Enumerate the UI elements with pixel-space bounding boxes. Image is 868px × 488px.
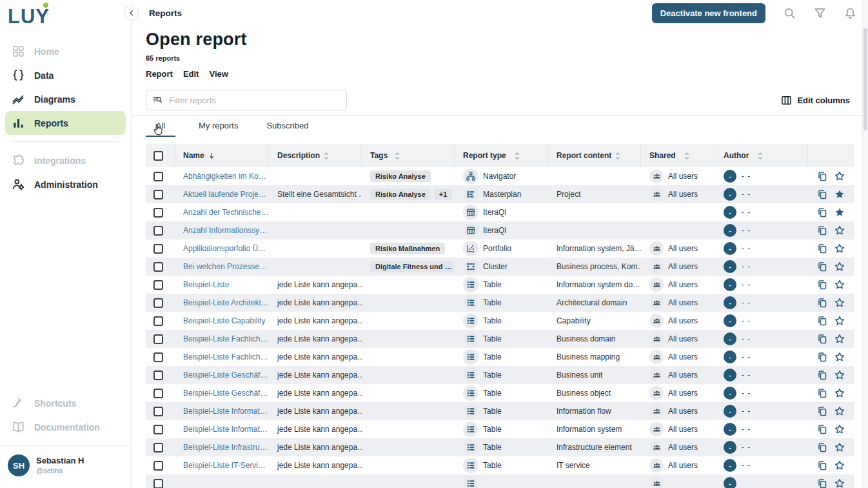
copy-icon[interactable]: [816, 406, 827, 417]
star-icon[interactable]: [834, 352, 845, 363]
copy-icon[interactable]: [816, 189, 827, 200]
star-icon[interactable]: [834, 370, 845, 381]
star-icon[interactable]: [834, 280, 845, 290]
scrollbar-thumb[interactable]: [863, 28, 867, 130]
sidebar-item-data[interactable]: Data: [5, 63, 126, 87]
user-profile[interactable]: SH Sebastian H @sebha: [0, 445, 131, 488]
row-checkbox[interactable]: [153, 479, 163, 488]
select-all-checkbox[interactable]: [153, 151, 163, 161]
copy-icon[interactable]: [816, 352, 827, 363]
column-header-report_type[interactable]: Report type: [455, 144, 548, 167]
star-filled-icon[interactable]: [834, 189, 845, 200]
copy-icon[interactable]: [816, 207, 827, 218]
search-icon[interactable]: [783, 6, 796, 19]
copy-icon[interactable]: [816, 370, 827, 381]
star-icon[interactable]: [834, 261, 845, 272]
row-checkbox[interactable]: [153, 244, 163, 254]
report-name-link[interactable]: Beispiel-Liste Geschäft…: [183, 371, 269, 380]
row-checkbox[interactable]: [153, 298, 163, 308]
report-name-link[interactable]: Beispiel-Liste Capability: [183, 316, 265, 325]
report-name-link[interactable]: Beispiel-Liste Informati…: [183, 425, 269, 434]
star-icon[interactable]: [834, 298, 845, 309]
copy-icon[interactable]: [816, 171, 827, 182]
copy-icon[interactable]: [816, 225, 827, 236]
sidebar-item-shortcuts[interactable]: Shortcuts: [5, 391, 126, 415]
column-header-name[interactable]: Name: [175, 144, 269, 167]
star-icon[interactable]: [834, 334, 845, 345]
star-icon[interactable]: [834, 316, 845, 327]
row-checkbox[interactable]: [153, 208, 163, 218]
row-checkbox[interactable]: [153, 425, 163, 434]
report-name-link[interactable]: Beispiel-Liste Architekt…: [183, 298, 269, 307]
report-name-link[interactable]: Beispiel-Liste Geschäft…: [183, 389, 269, 398]
menu-item-report[interactable]: Report: [146, 69, 173, 79]
star-icon[interactable]: [834, 478, 845, 488]
menu-item-edit[interactable]: Edit: [183, 69, 199, 79]
sidebar-item-home[interactable]: Home: [5, 39, 126, 63]
copy-icon[interactable]: [816, 460, 827, 471]
copy-icon[interactable]: [816, 298, 827, 309]
tab-my-reports[interactable]: My reports: [193, 116, 243, 137]
star-icon[interactable]: [834, 225, 845, 236]
sidebar-item-documentation[interactable]: Documentation: [5, 415, 126, 439]
copy-icon[interactable]: [816, 478, 827, 488]
report-name-link[interactable]: Beispiel-Liste IT-Servic…: [183, 461, 269, 470]
sidebar-item-administration[interactable]: Administration: [5, 172, 126, 196]
row-checkbox[interactable]: [153, 172, 163, 181]
report-name-link[interactable]: Beispiel-Liste Fachlich…: [183, 352, 268, 361]
report-name-link[interactable]: Beispiel-Liste Informati…: [183, 407, 269, 416]
report-name-link[interactable]: Beispiel-Liste: [183, 280, 229, 289]
star-icon[interactable]: [834, 388, 845, 399]
star-icon[interactable]: [834, 243, 845, 254]
copy-icon[interactable]: [816, 243, 827, 254]
sidebar-item-reports[interactable]: Reports: [5, 111, 126, 135]
row-checkbox[interactable]: [153, 190, 163, 199]
report-name-link[interactable]: Anzahl Informationssy…: [183, 226, 267, 235]
row-checkbox[interactable]: [153, 352, 163, 362]
row-checkbox[interactable]: [153, 280, 163, 290]
filter-reports-input[interactable]: [168, 95, 340, 106]
deactivate-frontend-button[interactable]: Deactivate new frontend: [652, 3, 765, 23]
star-icon[interactable]: [834, 406, 845, 417]
filter-funnel-icon[interactable]: [813, 6, 826, 19]
page-scrollbar[interactable]: [862, 0, 868, 488]
star-icon[interactable]: [834, 171, 845, 182]
report-name-link[interactable]: Anzahl der Technische…: [183, 208, 269, 217]
star-filled-icon[interactable]: [834, 207, 845, 218]
copy-icon[interactable]: [816, 424, 827, 435]
copy-icon[interactable]: [816, 316, 827, 327]
copy-icon[interactable]: [816, 261, 827, 272]
sidebar-collapse-button[interactable]: [124, 6, 139, 21]
row-checkbox[interactable]: [153, 371, 163, 380]
bell-icon[interactable]: [843, 6, 856, 19]
column-header-shared[interactable]: Shared: [641, 144, 715, 167]
row-checkbox[interactable]: [153, 334, 163, 344]
sidebar-item-diagrams[interactable]: Diagrams: [5, 87, 126, 111]
sidebar-item-integrations[interactable]: Integrations: [5, 148, 126, 172]
tab-subscribed[interactable]: Subscribed: [261, 116, 313, 137]
tab-all[interactable]: All: [146, 116, 175, 137]
edit-columns-button[interactable]: Edit columns: [781, 95, 854, 106]
report-name-link[interactable]: Abhängigkeiten im Kon…: [183, 172, 269, 181]
menu-item-view[interactable]: View: [209, 69, 228, 79]
row-checkbox[interactable]: [153, 461, 163, 471]
star-icon[interactable]: [834, 424, 845, 435]
report-name-link[interactable]: Beispiel-Liste Infrastru…: [183, 443, 268, 452]
column-header-tags[interactable]: Tags: [362, 144, 455, 167]
copy-icon[interactable]: [816, 388, 827, 399]
column-header-description[interactable]: Description: [269, 144, 362, 167]
row-checkbox[interactable]: [153, 389, 163, 398]
app-logo[interactable]: LUY: [0, 0, 131, 28]
report-name-link[interactable]: Bei welchen Prozessen…: [183, 262, 269, 271]
row-checkbox[interactable]: [153, 407, 163, 416]
column-header-author[interactable]: Author: [715, 144, 808, 167]
copy-icon[interactable]: [816, 442, 827, 453]
column-header-report_content[interactable]: Report content: [548, 144, 641, 167]
star-icon[interactable]: [834, 442, 845, 453]
row-checkbox[interactable]: [153, 443, 163, 452]
report-name-link[interactable]: Applikationsporfolio Ü…: [183, 244, 266, 253]
row-checkbox[interactable]: [153, 316, 163, 326]
report-name-link[interactable]: Aktuell laufende Projek…: [183, 190, 269, 199]
star-icon[interactable]: [834, 460, 845, 471]
report-name-link[interactable]: Beispiel-Liste Fachlich…: [183, 334, 268, 343]
